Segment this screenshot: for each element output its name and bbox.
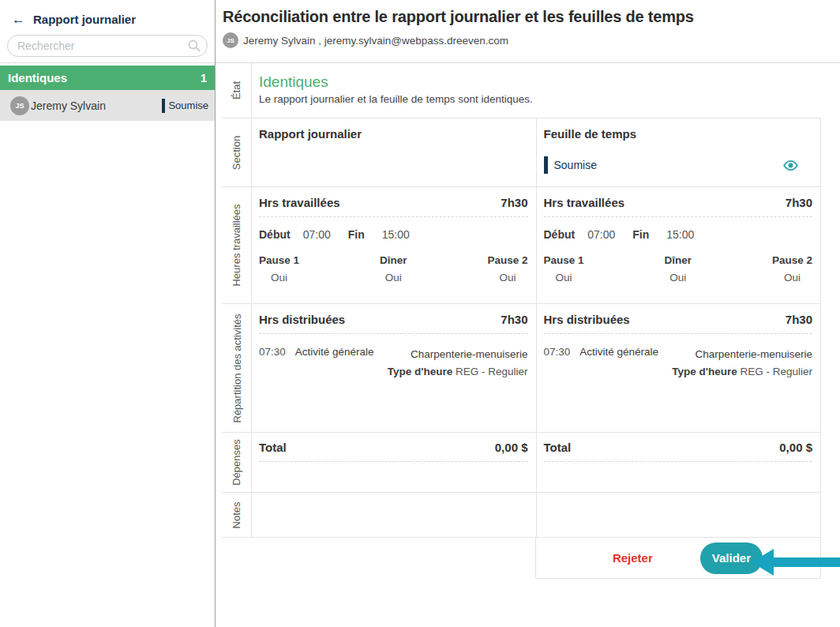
row-label-section: Section <box>231 135 242 169</box>
fin-value: 15:00 <box>382 228 410 241</box>
user-identity: Jeremy Sylvain , jeremy.sylvain@webpass.… <box>243 35 508 47</box>
row-section: Section Rapport journalier Feuille de te… <box>222 118 821 187</box>
hour-type-value: REG - Regulier <box>456 366 528 377</box>
person-name: Jeremy Sylvain <box>31 99 106 112</box>
row-heures-travaillees: Heures travaillées Hrs travaillées 7h30 … <box>222 187 821 304</box>
comparison-table: État Identiques Le rapport journalier et… <box>222 63 821 579</box>
hour-type-label: Type d'heure <box>672 366 737 377</box>
sidebar: ← Rapport journalier Identiques 1 JS Jer… <box>0 0 216 627</box>
validate-pointer-arrow-icon <box>752 546 840 578</box>
row-repartition-activites: Répartition des activités Hrs distribuée… <box>222 304 821 433</box>
avatar: JS <box>10 96 29 115</box>
fin-label: Fin <box>632 228 649 241</box>
row-etat: État Identiques Le rapport journalier et… <box>222 63 821 118</box>
row-label-heures: Heures travaillées <box>231 204 242 286</box>
view-timesheet-eye-icon[interactable] <box>782 160 799 171</box>
group-count-badge: 1 <box>201 71 207 84</box>
right-column-title: Feuille de temps <box>544 127 813 141</box>
pause-2: Pause 2 Oui <box>772 254 812 283</box>
distributed-hours-label: Hrs distribuées <box>544 313 630 326</box>
sidebar-group-identiques[interactable]: Identiques 1 <box>0 66 215 90</box>
main-header: Réconciliation entre le rapport journali… <box>216 0 840 63</box>
activity-time: 07:30 <box>259 346 286 381</box>
pause-1: Pause 1 Oui <box>259 254 299 283</box>
status-bar <box>162 99 165 113</box>
notes-left-cell <box>252 493 536 537</box>
diner: Dîner Oui <box>380 254 407 283</box>
diner: Dîner Oui <box>664 254 692 283</box>
search-input[interactable] <box>7 35 208 57</box>
hours-label: Hrs travaillées <box>259 196 340 209</box>
expenses-total-value: 0,00 $ <box>495 441 528 454</box>
user-avatar: JS <box>223 32 238 48</box>
etat-description: Le rapport journalier et la feuille de t… <box>259 93 813 105</box>
fin-label: Fin <box>348 228 365 241</box>
pause-1: Pause 1 Oui <box>544 254 584 283</box>
row-label-etat: État <box>231 81 242 99</box>
distributed-hours-total: 7h30 <box>501 313 527 326</box>
activity-time: 07:30 <box>544 346 571 381</box>
row-notes: Notes <box>222 493 821 538</box>
row-label-repartition: Répartition des activités <box>231 314 242 422</box>
reject-button[interactable]: Rejeter <box>613 551 653 565</box>
etat-title: Identiques <box>259 73 813 91</box>
timesheet-status: Soumise <box>554 159 597 171</box>
debut-value: 07:00 <box>303 228 331 241</box>
row-actions: Rejeter Valider <box>222 538 821 579</box>
hour-type-label: Type d'heure <box>388 366 452 377</box>
distributed-hours-label: Hrs distribuées <box>259 313 345 326</box>
left-column-title: Rapport journalier <box>259 127 528 141</box>
expenses-total-value: 0,00 $ <box>779 441 812 454</box>
fin-value: 15:00 <box>666 228 694 241</box>
notes-right-cell <box>536 493 821 537</box>
row-label-notes: Notes <box>231 501 242 528</box>
row-depenses: Dépenses Total 0,00 $ Total 0,00 $ <box>222 433 821 493</box>
main-panel: Réconciliation entre le rapport journali… <box>216 0 840 627</box>
hours-label: Hrs travaillées <box>544 196 625 209</box>
debut-label: Début <box>259 228 291 241</box>
activity-row: 07:30 Activité générale Charpenterie-men… <box>259 346 528 381</box>
activity-trade: Charpenterie-menuiserie <box>672 346 812 363</box>
back-link[interactable]: ← Rapport journalier <box>0 0 215 26</box>
back-arrow-icon: ← <box>12 13 25 26</box>
hours-total: 7h30 <box>501 196 527 209</box>
status-badge: Soumise <box>168 99 208 111</box>
activity-name: Activité générale <box>295 346 374 381</box>
hour-type-value: REG - Regulier <box>740 366 812 377</box>
row-label-depenses: Dépenses <box>231 439 242 486</box>
search-icon <box>188 39 201 52</box>
activity-trade: Charpenterie-menuiserie <box>388 346 528 363</box>
group-label: Identiques <box>8 71 67 84</box>
expenses-total-label: Total <box>259 441 287 454</box>
back-link-label: Rapport journalier <box>33 13 136 26</box>
sidebar-header: ← Rapport journalier <box>0 0 215 63</box>
debut-value: 07:00 <box>587 228 615 241</box>
activity-name: Activité générale <box>579 346 658 381</box>
debut-label: Début <box>544 228 576 241</box>
distributed-hours-total: 7h30 <box>786 313 812 326</box>
hours-total: 7h30 <box>786 196 812 209</box>
activity-row: 07:30 Activité générale Charpenterie-men… <box>544 346 813 381</box>
expenses-total-label: Total <box>544 441 572 454</box>
sidebar-item-person[interactable]: JS Jeremy Sylvain Soumise <box>0 90 215 121</box>
pause-2: Pause 2 Oui <box>487 254 527 283</box>
page-title: Réconciliation entre le rapport journali… <box>223 0 840 26</box>
status-bar <box>544 156 548 174</box>
